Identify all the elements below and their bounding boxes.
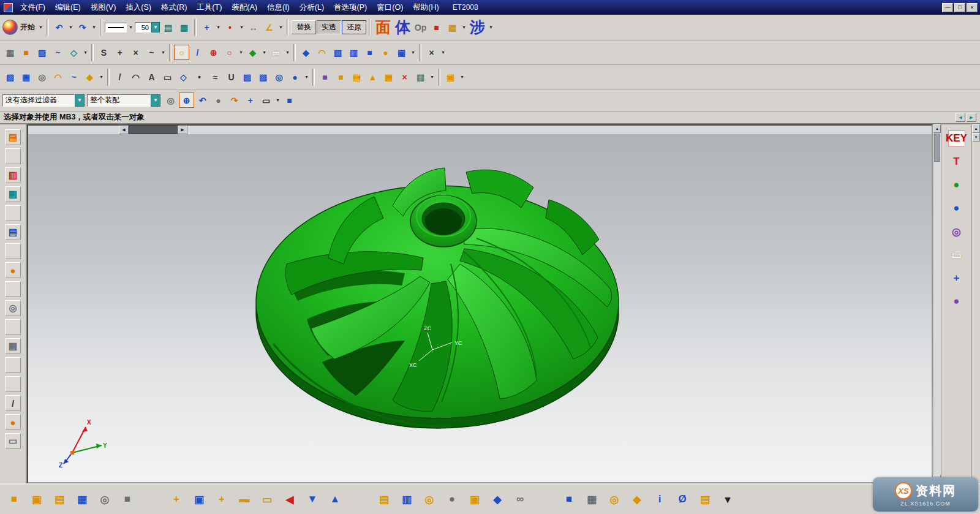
user-icon[interactable]: ● — [5, 414, 21, 430]
flow-surface-icon[interactable]: ~ — [66, 69, 81, 85]
line-style-swatch[interactable] — [105, 23, 127, 32]
close-button[interactable]: × — [967, 3, 978, 12]
layer-category-icon[interactable]: ▦ — [176, 20, 192, 35]
line-tool-icon[interactable]: / — [190, 45, 205, 60]
gear-rings-icon[interactable]: ◎ — [605, 490, 624, 508]
history-icon[interactable]: ◎ — [5, 300, 21, 316]
suppress-icon[interactable]: ▼ — [303, 490, 322, 508]
green-cylinder-icon[interactable]: ● — [948, 177, 965, 193]
vertical-scrollbar[interactable]: ▲ ▼ — [933, 124, 941, 483]
gold-beam-icon[interactable]: ▬ — [235, 490, 254, 508]
diamond-icon[interactable]: ◆ — [628, 490, 646, 508]
move2-icon[interactable]: ▣ — [466, 490, 484, 508]
roles-icon[interactable]: ● — [5, 262, 21, 278]
selection-scope-dropdown-arrow[interactable]: ▼ — [151, 94, 160, 107]
datum-dropdown-arrow[interactable]: ▾ — [82, 46, 89, 59]
helix-icon[interactable]: ◎ — [271, 69, 287, 85]
point-circle-icon[interactable]: ⊕ — [206, 45, 221, 60]
select-dropdown-arrow[interactable]: ▾ — [274, 94, 281, 107]
menu-item[interactable]: 格式(R) — [156, 1, 192, 14]
surface-analysis-icon[interactable]: ◎ — [34, 69, 50, 85]
restore-button[interactable]: □ — [954, 3, 965, 12]
layer-visibility-icon[interactable]: ▤ — [160, 20, 176, 35]
snap-point-icon[interactable]: + — [199, 20, 214, 35]
replace-button[interactable]: 替换 — [292, 20, 316, 34]
menu-item[interactable]: 文件(F) — [15, 1, 50, 14]
point-dialog-icon[interactable]: • — [222, 20, 238, 35]
datum-csys-icon[interactable]: × — [424, 45, 439, 60]
menu-item[interactable]: 帮助(H) — [408, 1, 443, 14]
palette-balls-icon[interactable]: ◎ — [948, 224, 965, 240]
capsule-dropdown-arrow[interactable]: ▾ — [303, 70, 310, 84]
edge-scroll-down-arrow[interactable]: ▼ — [972, 133, 980, 142]
point-set-icon[interactable]: • — [192, 69, 207, 85]
text-tool-icon[interactable]: A — [144, 69, 159, 85]
undo-dropdown-arrow[interactable]: ▾ — [67, 21, 74, 34]
combine-curve-icon[interactable]: ▧ — [255, 69, 271, 85]
joint-icon[interactable]: ● — [443, 490, 461, 508]
true-shading-button[interactable]: 实透 — [317, 20, 341, 34]
rectangle-tool-icon[interactable]: ▭ — [160, 69, 175, 85]
minimize-button[interactable]: — — [942, 3, 953, 12]
hscroll-left-arrow[interactable]: ◀ — [119, 126, 129, 134]
curve-cross-icon[interactable]: + — [112, 45, 127, 60]
measure-distance-icon[interactable]: ↔ — [246, 20, 261, 35]
materials-icon[interactable]: ▦ — [5, 338, 21, 354]
hscroll-right-arrow[interactable]: ▶ — [178, 126, 187, 134]
purple-ball-icon[interactable]: ● — [948, 293, 965, 309]
revolve-icon[interactable]: ◠ — [314, 45, 330, 60]
new-component-icon[interactable]: ▣ — [190, 490, 208, 508]
swirl-surface-icon[interactable]: ~ — [50, 45, 66, 60]
gold-surface-icon[interactable]: ▦ — [445, 20, 460, 35]
studio-spline-icon[interactable]: S — [96, 45, 111, 60]
new-box-icon[interactable]: ■ — [5, 490, 23, 508]
select-rect-icon[interactable]: ▭ — [258, 93, 274, 108]
redo-icon[interactable]: ↷ — [75, 20, 90, 35]
transform-icon[interactable]: ■ — [317, 69, 333, 85]
delete-face-icon[interactable]: × — [397, 69, 412, 85]
unite-dropdown-arrow[interactable]: ▾ — [410, 46, 417, 59]
pattern-dropdown-arrow[interactable]: ▾ — [459, 70, 466, 84]
snap-toggle-icon[interactable]: ⊕ — [179, 93, 194, 108]
replace-component-icon[interactable]: ▥ — [398, 490, 416, 508]
snap-align-icon[interactable]: ▲ — [326, 490, 344, 508]
sequence-dropdown-arrow[interactable]: ▾ — [718, 490, 737, 508]
menu-item[interactable]: 分析(L) — [295, 1, 329, 14]
constraint-navigator-icon[interactable]: ▥ — [5, 167, 21, 183]
undo-icon[interactable]: ↶ — [51, 20, 67, 35]
menu-item[interactable]: 视图(V) — [86, 1, 121, 14]
snap-dropdown-arrow[interactable]: ▾ — [215, 21, 222, 34]
menu-item[interactable]: 首选项(P) — [329, 1, 372, 14]
copy-op-icon[interactable]: Op — [413, 20, 428, 35]
snapshot-icon[interactable]: ◎ — [96, 490, 114, 508]
copy-dropdown-arrow[interactable]: ▾ — [429, 70, 435, 84]
face-mode-char[interactable]: 面 — [374, 20, 393, 35]
sweep-icon[interactable]: ▧ — [330, 45, 345, 60]
measure-dropdown-arrow[interactable]: ▾ — [277, 21, 284, 34]
offset-curve-icon[interactable]: ≈ — [208, 69, 223, 85]
line-style-dropdown-arrow[interactable]: ▾ — [127, 21, 134, 34]
she-dropdown-arrow[interactable]: ▾ — [488, 21, 494, 34]
block-icon[interactable]: ■ — [362, 45, 377, 60]
vscroll-track[interactable] — [933, 162, 941, 475]
datum-plane-icon[interactable]: ◇ — [66, 45, 81, 60]
gear-pair-icon[interactable]: ◎ — [163, 93, 178, 108]
view-grid-icon[interactable]: ▦ — [73, 490, 91, 508]
blue-plus-icon[interactable]: + — [948, 270, 965, 286]
impeller-model[interactable]: YC ZC XC — [249, 148, 628, 436]
rect-dropdown-arrow[interactable]: ▾ — [284, 46, 291, 59]
tool-t-icon[interactable]: T — [948, 154, 965, 170]
edge-scroll-up-arrow[interactable]: ▲ — [972, 124, 980, 133]
graphics-viewport[interactable]: ◀ ▶ — [27, 124, 933, 483]
spline-icon[interactable]: ~ — [144, 45, 159, 60]
rotate-view-icon[interactable]: ↷ — [227, 93, 242, 108]
boolean-dropdown-arrow[interactable]: ▾ — [261, 46, 268, 59]
gold-surface-dropdown-arrow[interactable]: ▾ — [461, 21, 467, 34]
edge-scroll-track[interactable] — [972, 142, 980, 483]
sheet-body-icon[interactable]: ▥ — [346, 45, 361, 60]
restore-button[interactable]: 还原 — [342, 20, 366, 34]
window-edge-scrollbar[interactable]: ▲ ▼ — [971, 124, 980, 483]
cup-icon[interactable]: ▭ — [948, 247, 965, 263]
line-segment-icon[interactable]: / — [112, 69, 127, 85]
vscroll-up-arrow[interactable]: ▲ — [933, 124, 941, 133]
